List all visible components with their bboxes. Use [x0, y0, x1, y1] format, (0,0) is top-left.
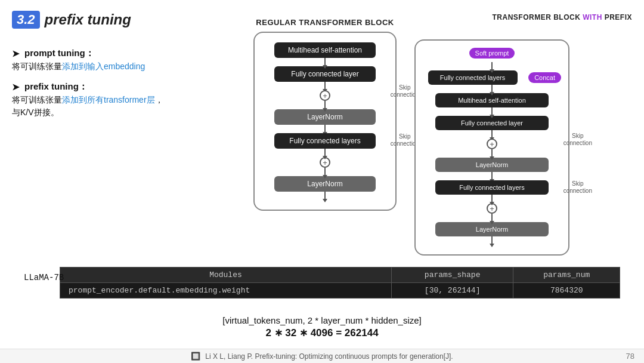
pfx-skip-wrapper-2: Fully connected layers Skipconnection: [423, 180, 561, 195]
arrow-4: [324, 125, 326, 133]
prefix-block-box: Soft prompt Fully connected layers Conca…: [414, 39, 569, 256]
pfx-fc-layers-top: Fully connected layers: [428, 70, 518, 85]
arrow-1: [324, 58, 326, 66]
left-content: ➤ prompt tuning： 将可训练张量添加到输入embedding ➤ …: [12, 48, 191, 127]
col-modules: Modules: [60, 267, 392, 283]
prefix-transformer-container: Soft prompt Fully connected layers Conca…: [414, 39, 569, 256]
concat-pill: Concat: [528, 72, 561, 83]
pfx-skip-wrapper-1: + Skipconnection: [423, 139, 561, 149]
cell-module-name: prompt_encoder.default.embedding.weight: [60, 283, 392, 299]
title-text: prefix tuning: [45, 11, 131, 28]
plus-circle-1: +: [320, 90, 330, 101]
pfx-arrow-2: [491, 107, 493, 116]
cell-params-shape: [30, 262144]: [391, 283, 513, 299]
params-table: Modules params_shape params_num prompt_e…: [60, 267, 620, 299]
pfx-arrow-4: [491, 149, 493, 158]
pfx-arrow-7: [491, 214, 493, 222]
cell-params-num: 7864320: [513, 283, 620, 299]
bullet-desc-2: 将可训练张量添加到所有transformer层， 与K/V拼接。: [12, 94, 191, 119]
skip-wrapper-2: Fully connected layers Skipconnection: [262, 133, 388, 149]
page-number: 78: [626, 352, 634, 361]
arrow-7: [324, 192, 326, 200]
arrow-2: [324, 82, 326, 90]
col-params-num: params_num: [513, 267, 620, 283]
pfx-fc-layers-bottom: Fully connected layers: [435, 180, 549, 195]
formula-area: [virtual_tokens_num, 2 * layer_num * hid…: [0, 315, 644, 339]
table-wrapper: LLaMA-7B Modules params_shape params_num…: [60, 267, 620, 299]
arrow-3: [324, 101, 326, 109]
pfx-arrow-6: [491, 195, 493, 203]
regular-transformer-container: Regular Transformer Block Multihead self…: [253, 18, 397, 211]
bullet-label-2: ➤ prefix tuning：: [12, 81, 191, 93]
bullet-label-1: ➤ prompt tuning：: [12, 48, 191, 59]
pfx-skip-label-2: Skipconnection: [564, 180, 592, 195]
formula-line-2: 2 ∗ 32 ∗ 4096 = 262144: [265, 327, 378, 339]
llama-label: LLaMA-7B: [24, 273, 64, 282]
pfx-arrow-3: [491, 130, 493, 139]
reg-multihead-block: Multihead self-attention: [274, 42, 376, 58]
table-row: prompt_encoder.default.embedding.weight …: [60, 283, 620, 299]
bullet-desc-1: 将可训练张量添加到输入embedding: [12, 60, 191, 73]
bullet-item-1: ➤ prompt tuning： 将可训练张量添加到输入embedding: [12, 48, 191, 73]
footer: 🔲 Li X L, Liang P. Prefix-tuning: Optimi…: [0, 349, 644, 363]
title-badge: 3.2: [12, 11, 40, 29]
arrow-6: [324, 168, 326, 176]
arrow-5: [324, 149, 326, 157]
arrow-icon-2: ➤: [12, 82, 20, 93]
footer-icon: 🔲: [191, 352, 200, 361]
soft-prompt-pill: Soft prompt: [469, 48, 515, 59]
skip-wrapper-1: + Skipconnection: [262, 90, 388, 101]
regular-block-label: Regular Transformer Block: [256, 18, 394, 27]
pfx-arrow-8: [491, 236, 493, 245]
bullet-item-2: ➤ prefix tuning： 将可训练张量添加到所有transformer层…: [12, 81, 191, 119]
pfx-plus-1: +: [487, 139, 497, 149]
pfx-arrow-0: [491, 62, 493, 70]
arrow-icon-1: ➤: [12, 48, 20, 59]
table-section: LLaMA-7B Modules params_shape params_num…: [60, 267, 620, 299]
slide-title: 3.2 prefix tuning: [12, 11, 131, 29]
reg-fc-layers-block: Fully connected layers: [274, 133, 376, 149]
formula-line-1: [virtual_tokens_num, 2 * layer_num * hid…: [222, 315, 422, 325]
col-params-shape: params_shape: [391, 267, 513, 283]
pfx-arrow-5: [491, 172, 493, 180]
footer-text: Li X L, Liang P. Prefix-tuning: Optimizi…: [205, 352, 453, 361]
pfx-skip-label-1: Skipconnection: [564, 133, 592, 147]
diagrams-area: Regular Transformer Block Multihead self…: [191, 18, 632, 251]
pfx-arrow-1: [491, 85, 493, 93]
regular-block-box: Multihead self-attention Fully connected…: [253, 32, 397, 211]
